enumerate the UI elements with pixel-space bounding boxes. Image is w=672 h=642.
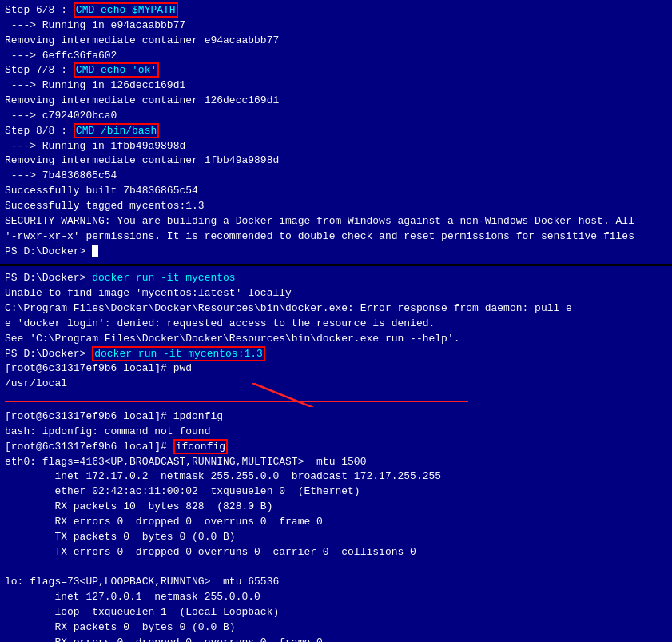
step8-line: Step 8/8 : CMD /bin/bash [5, 124, 667, 139]
inet-line: inet 172.17.0.2 netmask 255.255.0.0 broa… [5, 469, 667, 484]
ether-line: ether 02:42:ac:11:00:02 txqueuelen 0 (Et… [5, 484, 667, 500]
ps-prompt1: PS D:\Docker> [5, 272, 92, 284]
step6-running: ---> Running in e94acaabbb77 [5, 18, 667, 34]
step7-hash: ---> c7924020bca0 [5, 109, 667, 124]
ifconfig-cmd: ifconfig [173, 439, 228, 454]
ps-prompt-top: PS D:\Docker> [5, 245, 667, 260]
docker-run-line: PS D:\Docker> docker run -it mycentos [5, 271, 667, 286]
lo-loop-line: loop txqueuelen 1 (Local Loopback) [5, 605, 667, 620]
step8-removing: Removing intermediate container 1fbb49a9… [5, 154, 667, 169]
step6-hash: ---> 6effc36fa602 [5, 49, 667, 64]
step7-running: ---> Running in 126decc169d1 [5, 78, 667, 94]
rx-packets-line: RX packets 10 bytes 828 (828.0 B) [5, 500, 667, 515]
step7-cmd: CMD echo 'ok' [74, 62, 159, 78]
eth0-line: eth0: flags=4163<UP,BROADCAST,RUNNING,MU… [5, 455, 667, 470]
bottom-terminal: PS D:\Docker> docker run -it mycentos Un… [0, 266, 672, 642]
lo-rx-packets: RX packets 0 bytes 0 (0.0 B) [5, 620, 667, 636]
top-terminal: Step 6/8 : CMD echo $MYPATH ---> Running… [0, 0, 672, 266]
ps-prompt2: PS D:\Docker> [5, 348, 92, 360]
tx-errors-line: TX errors 0 dropped 0 overruns 0 carrier… [5, 545, 667, 560]
see-line: See 'C:\Program Files\Docker\Docker\Reso… [5, 332, 667, 347]
tagged-line: Successfully tagged mycentos:1.3 [5, 199, 667, 214]
docker-run-13-cmd: docker run -it mycentos:1.3 [92, 346, 265, 361]
step6-line: Step 6/8 : CMD echo $MYPATH [5, 3, 667, 18]
red-arrow-area [5, 393, 667, 408]
step8-cmd: CMD /bin/bash [74, 123, 159, 138]
unable-line: Unable to find image 'mycentos:latest' l… [5, 286, 667, 301]
pwd-line: [root@6c31317ef9b6 local]# pwd [5, 361, 667, 377]
tx-packets-line: TX packets 0 bytes 0 (0.0 B) [5, 530, 667, 545]
warning-line2: '-rwxr-xr-x' permissions. It is recommen… [5, 229, 667, 245]
error-line1: C:\Program Files\Docker\Docker\Resources… [5, 301, 667, 317]
docker-run-13-line: PS D:\Docker> docker run -it mycentos:1.… [5, 347, 667, 362]
step6-removing: Removing intermediate container e94acaab… [5, 34, 667, 49]
docker-run-cmd: docker run -it mycentos [92, 272, 235, 284]
ipconfig-fail-line: [root@6c31317ef9b6 local]# ipdonfig [5, 409, 667, 425]
red-arrow-svg [5, 393, 672, 408]
step7-prefix: Step 7/8 : [5, 64, 74, 76]
step8-hash: ---> 7b4836865c54 [5, 169, 667, 184]
lo-rx-errors: RX errors 0 dropped 0 overruns 0 frame 0 [5, 636, 667, 642]
step8-prefix: Step 8/8 : [5, 125, 74, 137]
lo-line: lo: flags=73<UP,LOOPBACK,RUNNING> mtu 65… [5, 575, 667, 590]
error-line2: e 'docker login': denied: requested acce… [5, 317, 667, 332]
bash-error-line: bash: ipdonfig: command not found [5, 425, 667, 440]
blank1 [5, 560, 667, 576]
built-line: Successfully built 7b4836865c54 [5, 184, 667, 199]
lo-inet-line: inet 127.0.0.1 netmask 255.0.0.0 [5, 590, 667, 605]
step7-removing: Removing intermediate container 126decc1… [5, 94, 667, 109]
step7-line: Step 7/8 : CMD echo 'ok' [5, 63, 667, 78]
step6-prefix: Step 6/8 : [5, 4, 74, 16]
step8-running: ---> Running in 1fbb49a9898d [5, 139, 667, 154]
step6-cmd: CMD echo $MYPATH [74, 2, 178, 18]
usr-local-line: /usr/local [5, 377, 667, 392]
rx-errors-line: RX errors 0 dropped 0 overruns 0 frame 0 [5, 515, 667, 530]
warning-line1: SECURITY WARNING: You are building a Doc… [5, 214, 667, 229]
ifconfig-line: [root@6c31317ef9b6 local]# ifconfig [5, 440, 667, 455]
